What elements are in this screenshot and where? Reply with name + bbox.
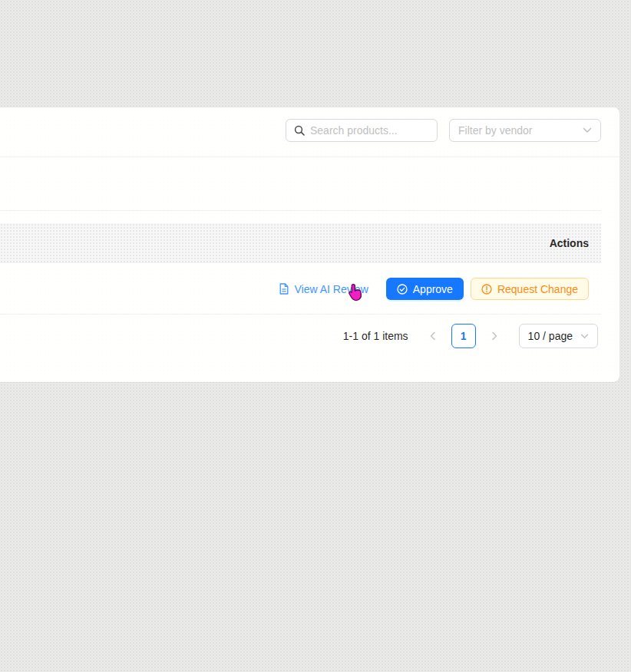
section-divider	[0, 210, 601, 211]
app-background: Filter by vendor Actions	[0, 0, 631, 672]
search-input-wrapper	[286, 119, 438, 142]
products-panel: Filter by vendor Actions	[0, 107, 619, 382]
pagination-prev-button[interactable]	[421, 324, 445, 348]
pagination-next-button[interactable]	[482, 324, 507, 348]
exclamation-circle-icon	[481, 284, 492, 295]
page-size-select[interactable]: 10 / page	[519, 324, 598, 348]
toolbar-divider	[0, 156, 619, 157]
view-ai-review-link[interactable]: View AI Review	[279, 283, 368, 295]
request-change-button[interactable]: Request Change	[471, 278, 589, 300]
approve-button[interactable]: Approve	[386, 278, 464, 300]
search-icon	[294, 125, 305, 136]
chevron-left-icon	[429, 331, 437, 341]
page-size-label: 10 / page	[528, 330, 573, 342]
chevron-right-icon	[491, 331, 498, 341]
view-ai-review-label: View AI Review	[295, 283, 368, 295]
approve-button-label: Approve	[413, 283, 453, 295]
chevron-down-icon	[583, 127, 592, 133]
table-header-row: Actions	[0, 223, 601, 263]
file-text-icon	[279, 283, 289, 295]
pagination-page-1[interactable]: 1	[451, 324, 476, 348]
table-row: View AI Review Approve	[0, 264, 601, 315]
pagination: 1-1 of 1 items 1 10 / pag	[343, 324, 598, 348]
request-change-button-label: Request Change	[497, 283, 578, 295]
pagination-page-1-label: 1	[461, 330, 467, 342]
chevron-down-icon	[580, 334, 589, 339]
search-input[interactable]	[310, 124, 429, 137]
check-circle-icon	[397, 284, 408, 295]
actions-column-header: Actions	[550, 237, 589, 249]
vendor-filter-placeholder: Filter by vendor	[458, 124, 532, 137]
pagination-total: 1-1 of 1 items	[343, 330, 408, 342]
vendor-filter-select[interactable]: Filter by vendor	[449, 119, 601, 142]
